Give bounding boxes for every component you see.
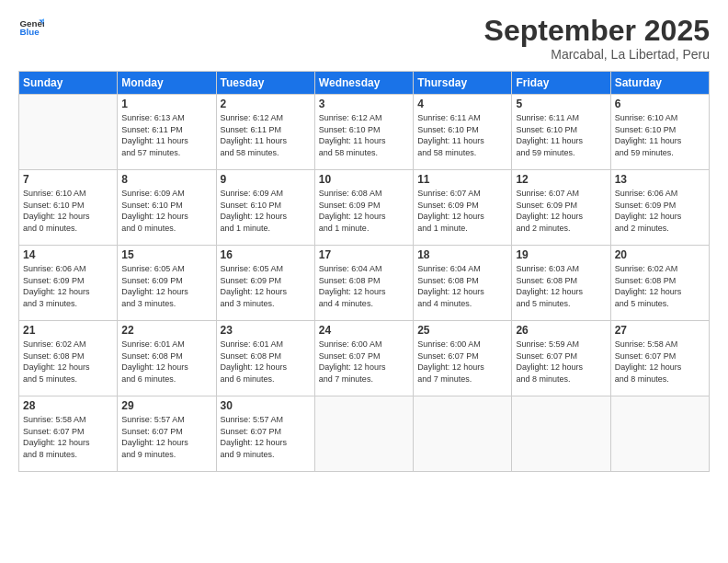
svg-text:Blue: Blue (19, 27, 40, 37)
day-number: 12 (516, 173, 606, 186)
day-info: Sunrise: 6:11 AMSunset: 6:10 PMDaylight:… (516, 112, 606, 158)
day-info: Sunrise: 6:07 AMSunset: 6:09 PMDaylight:… (516, 188, 606, 234)
day-info: Sunrise: 6:02 AMSunset: 6:08 PMDaylight:… (615, 263, 705, 309)
col-monday: Monday (118, 72, 216, 95)
day-info: Sunrise: 6:00 AMSunset: 6:07 PMDaylight:… (417, 339, 507, 385)
table-row: 18Sunrise: 6:04 AMSunset: 6:08 PMDayligh… (414, 246, 512, 321)
calendar-header-row: Sunday Monday Tuesday Wednesday Thursday… (19, 72, 710, 95)
calendar: Sunday Monday Tuesday Wednesday Thursday… (18, 71, 710, 472)
day-info: Sunrise: 6:01 AMSunset: 6:08 PMDaylight:… (121, 339, 211, 385)
day-info: Sunrise: 6:05 AMSunset: 6:09 PMDaylight:… (121, 263, 211, 309)
title-block: September 2025 Marcabal, La Libertad, Pe… (484, 15, 710, 62)
table-row (19, 95, 118, 170)
col-thursday: Thursday (414, 72, 512, 95)
header: General Blue September 2025 Marcabal, La… (18, 15, 710, 62)
table-row: 9Sunrise: 6:09 AMSunset: 6:10 PMDaylight… (216, 170, 314, 246)
day-number: 20 (615, 248, 705, 261)
day-number: 23 (221, 324, 311, 337)
day-info: Sunrise: 6:05 AMSunset: 6:09 PMDaylight:… (221, 263, 311, 309)
day-info: Sunrise: 5:57 AMSunset: 6:07 PMDaylight:… (221, 414, 311, 460)
day-number: 10 (319, 173, 409, 186)
table-row: 19Sunrise: 6:03 AMSunset: 6:08 PMDayligh… (512, 246, 610, 321)
day-info: Sunrise: 5:57 AMSunset: 6:07 PMDaylight:… (121, 414, 211, 460)
table-row: 5Sunrise: 6:11 AMSunset: 6:10 PMDaylight… (512, 95, 610, 170)
day-info: Sunrise: 6:02 AMSunset: 6:08 PMDaylight:… (23, 339, 113, 385)
day-info: Sunrise: 6:07 AMSunset: 6:09 PMDaylight:… (417, 188, 507, 234)
day-number: 4 (417, 98, 507, 110)
col-friday: Friday (512, 72, 610, 95)
day-info: Sunrise: 6:08 AMSunset: 6:09 PMDaylight:… (319, 188, 409, 234)
day-info: Sunrise: 6:10 AMSunset: 6:10 PMDaylight:… (23, 188, 113, 234)
day-number: 17 (319, 248, 409, 261)
table-row: 27Sunrise: 5:58 AMSunset: 6:07 PMDayligh… (610, 321, 709, 396)
day-number: 11 (417, 173, 507, 186)
day-number: 25 (417, 324, 507, 337)
table-row: 17Sunrise: 6:04 AMSunset: 6:08 PMDayligh… (314, 246, 413, 321)
day-info: Sunrise: 6:11 AMSunset: 6:10 PMDaylight:… (417, 112, 507, 158)
day-info: Sunrise: 6:00 AMSunset: 6:07 PMDaylight:… (319, 339, 409, 385)
table-row (314, 396, 413, 472)
day-number: 30 (221, 399, 311, 412)
day-number: 1 (121, 98, 211, 110)
day-number: 7 (23, 173, 113, 186)
table-row: 3Sunrise: 6:12 AMSunset: 6:10 PMDaylight… (314, 95, 413, 170)
day-number: 15 (121, 248, 211, 261)
day-number: 22 (121, 324, 211, 337)
table-row (512, 396, 610, 472)
day-number: 6 (615, 98, 705, 110)
table-row: 23Sunrise: 6:01 AMSunset: 6:08 PMDayligh… (216, 321, 314, 396)
col-wednesday: Wednesday (314, 72, 413, 95)
table-row: 11Sunrise: 6:07 AMSunset: 6:09 PMDayligh… (414, 170, 512, 246)
day-number: 13 (615, 173, 705, 186)
col-tuesday: Tuesday (216, 72, 314, 95)
day-info: Sunrise: 6:04 AMSunset: 6:08 PMDaylight:… (319, 263, 409, 309)
day-info: Sunrise: 6:01 AMSunset: 6:08 PMDaylight:… (221, 339, 311, 385)
day-number: 18 (417, 248, 507, 261)
day-number: 21 (23, 324, 113, 337)
table-row: 28Sunrise: 5:58 AMSunset: 6:07 PMDayligh… (19, 396, 118, 472)
table-row: 12Sunrise: 6:07 AMSunset: 6:09 PMDayligh… (512, 170, 610, 246)
table-row (414, 396, 512, 472)
table-row: 7Sunrise: 6:10 AMSunset: 6:10 PMDaylight… (19, 170, 118, 246)
sub-title: Marcabal, La Libertad, Peru (484, 47, 710, 62)
day-info: Sunrise: 6:13 AMSunset: 6:11 PMDaylight:… (121, 112, 211, 158)
day-number: 3 (319, 98, 409, 110)
table-row: 10Sunrise: 6:08 AMSunset: 6:09 PMDayligh… (314, 170, 413, 246)
table-row: 24Sunrise: 6:00 AMSunset: 6:07 PMDayligh… (314, 321, 413, 396)
table-row: 21Sunrise: 6:02 AMSunset: 6:08 PMDayligh… (19, 321, 118, 396)
page: General Blue September 2025 Marcabal, La… (0, 0, 728, 563)
table-row: 22Sunrise: 6:01 AMSunset: 6:08 PMDayligh… (118, 321, 216, 396)
table-row: 15Sunrise: 6:05 AMSunset: 6:09 PMDayligh… (118, 246, 216, 321)
table-row: 26Sunrise: 5:59 AMSunset: 6:07 PMDayligh… (512, 321, 610, 396)
day-number: 8 (121, 173, 211, 186)
day-info: Sunrise: 5:58 AMSunset: 6:07 PMDaylight:… (615, 339, 705, 385)
col-saturday: Saturday (610, 72, 709, 95)
col-sunday: Sunday (19, 72, 118, 95)
logo-icon: General Blue (18, 15, 44, 40)
day-number: 26 (516, 324, 606, 337)
table-row: 6Sunrise: 6:10 AMSunset: 6:10 PMDaylight… (610, 95, 709, 170)
day-info: Sunrise: 6:04 AMSunset: 6:08 PMDaylight:… (417, 263, 507, 309)
day-number: 2 (221, 98, 311, 110)
main-title: September 2025 (484, 15, 710, 47)
table-row: 4Sunrise: 6:11 AMSunset: 6:10 PMDaylight… (414, 95, 512, 170)
day-info: Sunrise: 5:58 AMSunset: 6:07 PMDaylight:… (23, 414, 113, 460)
day-info: Sunrise: 6:06 AMSunset: 6:09 PMDaylight:… (23, 263, 113, 309)
day-number: 29 (121, 399, 211, 412)
table-row: 20Sunrise: 6:02 AMSunset: 6:08 PMDayligh… (610, 246, 709, 321)
table-row: 1Sunrise: 6:13 AMSunset: 6:11 PMDaylight… (118, 95, 216, 170)
day-info: Sunrise: 6:03 AMSunset: 6:08 PMDaylight:… (516, 263, 606, 309)
table-row (610, 396, 709, 472)
table-row: 13Sunrise: 6:06 AMSunset: 6:09 PMDayligh… (610, 170, 709, 246)
table-row: 25Sunrise: 6:00 AMSunset: 6:07 PMDayligh… (414, 321, 512, 396)
day-info: Sunrise: 5:59 AMSunset: 6:07 PMDaylight:… (516, 339, 606, 385)
day-number: 16 (221, 248, 311, 261)
day-number: 9 (221, 173, 311, 186)
day-number: 19 (516, 248, 606, 261)
table-row: 8Sunrise: 6:09 AMSunset: 6:10 PMDaylight… (118, 170, 216, 246)
table-row: 30Sunrise: 5:57 AMSunset: 6:07 PMDayligh… (216, 396, 314, 472)
day-number: 27 (615, 324, 705, 337)
day-info: Sunrise: 6:10 AMSunset: 6:10 PMDaylight:… (615, 112, 705, 158)
day-number: 28 (23, 399, 113, 412)
day-info: Sunrise: 6:12 AMSunset: 6:11 PMDaylight:… (221, 112, 311, 158)
